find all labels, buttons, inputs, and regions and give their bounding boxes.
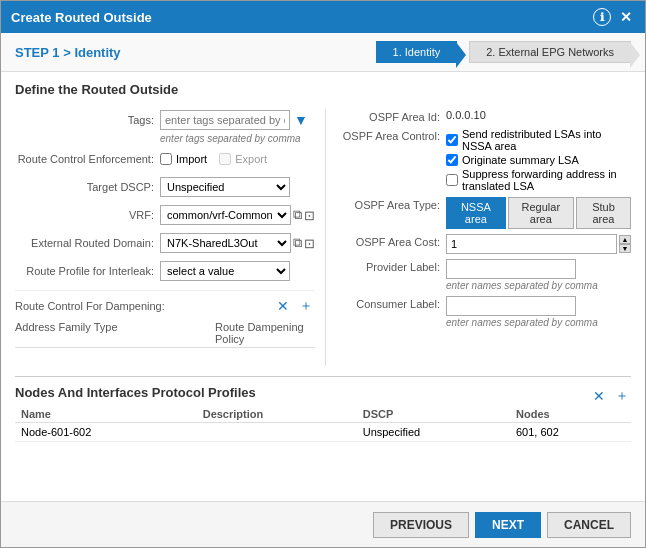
policy-col-header: Route Dampening Policy — [215, 321, 315, 345]
vrf-copy-icon[interactable]: ⧉ — [293, 207, 302, 223]
ospf-area-type-row: OSPF Area Type: NSSA area Regular area S… — [336, 197, 631, 229]
next-button[interactable]: NEXT — [475, 512, 541, 538]
import-checkbox[interactable] — [160, 153, 172, 165]
target-dscp-select[interactable]: Unspecified — [160, 177, 290, 197]
define-section-title: Define the Routed Outside — [15, 82, 631, 101]
col-name-header: Name — [15, 406, 197, 423]
target-dscp-label: Target DSCP: — [15, 181, 160, 193]
consumer-label-input[interactable] — [446, 296, 576, 316]
regular-area-btn[interactable]: Regular area — [508, 197, 574, 229]
ext-routed-domain-control: N7K-SharedL3Out ⧉ ⊡ — [160, 233, 315, 253]
close-button[interactable]: ✕ — [617, 8, 635, 26]
ospf-cost-spinner: ▲ ▼ — [619, 235, 631, 253]
ospf-area-cost-row: OSPF Area Cost: ▲ ▼ — [336, 234, 631, 254]
col-nodes-header: Nodes — [510, 406, 631, 423]
nodes-section: Nodes And Interfaces Protocol Profiles ✕… — [15, 376, 631, 442]
row-nodes: 601, 602 — [510, 423, 631, 442]
originate-lsa-checkbox[interactable] — [446, 154, 458, 166]
dampening-section: Route Control For Dampening: ✕ ＋ Address… — [15, 290, 315, 366]
tags-hint: enter tags separated by comma — [160, 133, 315, 144]
consumer-hint: enter names separated by comma — [446, 317, 631, 328]
stub-area-btn[interactable]: Stub area — [576, 197, 631, 229]
tags-row: Tags: ▼ — [15, 109, 315, 131]
nodes-table: Name Description DSCP Nodes Node-601-602… — [15, 406, 631, 442]
route-profile-label: Route Profile for Interleak: — [15, 265, 160, 277]
provider-label-input[interactable] — [446, 259, 576, 279]
route-profile-row: Route Profile for Interleak: select a va… — [15, 260, 315, 282]
col-desc-header: Description — [197, 406, 357, 423]
row-dscp: Unspecified — [357, 423, 510, 442]
dampening-close-btn[interactable]: ✕ — [275, 298, 291, 314]
ext-routed-domain-select[interactable]: N7K-SharedL3Out — [160, 233, 291, 253]
consumer-label-label: Consumer Label: — [336, 296, 446, 310]
dampening-table-header: Address Family Type Route Dampening Poli… — [15, 319, 315, 348]
nssa-area-btn[interactable]: NSSA area — [446, 197, 506, 229]
consumer-label-row: Consumer Label: enter names separated by… — [336, 296, 631, 328]
row-name: Node-601-602 — [15, 423, 197, 442]
dampening-actions: ✕ ＋ — [275, 297, 315, 315]
ospf-cost-up-btn[interactable]: ▲ — [619, 235, 631, 244]
cancel-button[interactable]: CANCEL — [547, 512, 631, 538]
export-checkbox-label: Export — [219, 153, 267, 165]
addr-family-col-header: Address Family Type — [15, 321, 215, 345]
nodes-add-btn[interactable]: ＋ — [613, 387, 631, 405]
consumer-label-control: enter names separated by comma — [446, 296, 631, 328]
ospf-area-control-label: OSPF Area Control: — [336, 128, 446, 142]
vrf-label: VRF: — [15, 209, 160, 221]
title-bar: Create Routed Outside ℹ ✕ — [1, 1, 645, 33]
domain-link-icon[interactable]: ⊡ — [304, 236, 315, 251]
dampening-empty-area — [15, 348, 315, 366]
provider-hint: enter names separated by comma — [446, 280, 631, 291]
nodes-title: Nodes And Interfaces Protocol Profiles — [15, 385, 256, 400]
provider-label-label: Provider Label: — [336, 259, 446, 273]
ospf-cost-down-btn[interactable]: ▼ — [619, 244, 631, 253]
import-checkbox-label: Import — [160, 153, 207, 165]
table-row[interactable]: Node-601-602 Unspecified 601, 602 — [15, 423, 631, 442]
originate-lsa-text: Originate summary LSA — [462, 154, 579, 166]
step-navigation: 1. Identity 2. External EPG Networks — [376, 41, 631, 63]
import-label: Import — [176, 153, 207, 165]
route-control-label: Route Control Enforcement: — [15, 153, 160, 165]
ext-routed-domain-label: External Routed Domain: — [15, 237, 160, 249]
step-identity[interactable]: 1. Identity — [376, 41, 458, 63]
step-epg[interactable]: 2. External EPG Networks — [469, 41, 631, 63]
suppress-fw-checkbox[interactable] — [446, 174, 458, 186]
vrf-row: VRF: common/vrf-Common-Outsid... ⧉ ⊡ — [15, 204, 315, 226]
main-content: Define the Routed Outside Tags: ▼ enter … — [1, 72, 645, 501]
right-form: OSPF Area Id: 0.0.0.10 OSPF Area Control… — [325, 109, 631, 366]
send-lsa-text: Send redistributed LSAs into NSSA area — [462, 128, 631, 152]
step-title: STEP 1 > Identity — [15, 45, 121, 60]
domain-copy-icon[interactable]: ⧉ — [293, 235, 302, 251]
vrf-select[interactable]: common/vrf-Common-Outsid... — [160, 205, 291, 225]
previous-button[interactable]: PREVIOUS — [373, 512, 469, 538]
send-lsa-checkbox[interactable] — [446, 134, 458, 146]
nodes-table-body: Node-601-602 Unspecified 601, 602 — [15, 423, 631, 442]
ospf-area-cost-label: OSPF Area Cost: — [336, 234, 446, 248]
provider-label-row: Provider Label: enter names separated by… — [336, 259, 631, 291]
tags-dropdown-icon[interactable]: ▼ — [294, 112, 308, 128]
ospf-area-cost-input[interactable] — [446, 234, 617, 254]
target-dscp-row: Target DSCP: Unspecified — [15, 176, 315, 198]
send-lsa-label: Send redistributed LSAs into NSSA area — [446, 128, 631, 152]
route-control-row: Route Control Enforcement: Import Export — [15, 148, 315, 170]
dampening-add-btn[interactable]: ＋ — [297, 297, 315, 315]
nodes-close-btn[interactable]: ✕ — [591, 387, 607, 405]
dampening-header: Route Control For Dampening: ✕ ＋ — [15, 297, 315, 315]
export-checkbox[interactable] — [219, 153, 231, 165]
ospf-area-id-value: 0.0.0.10 — [446, 109, 631, 121]
route-control-value: Import Export — [160, 153, 315, 165]
tags-label: Tags: — [15, 114, 160, 126]
vrf-link-icon[interactable]: ⊡ — [304, 208, 315, 223]
provider-label-control: enter names separated by comma — [446, 259, 631, 291]
ospf-area-control-row: OSPF Area Control: Send redistributed LS… — [336, 128, 631, 192]
dialog-title: Create Routed Outside — [11, 10, 152, 25]
tags-input[interactable] — [160, 110, 290, 130]
route-profile-select[interactable]: select a value — [160, 261, 290, 281]
info-icon[interactable]: ℹ — [593, 8, 611, 26]
step-header: STEP 1 > Identity 1. Identity 2. Externa… — [1, 33, 645, 72]
ospf-area-id-row: OSPF Area Id: 0.0.0.10 — [336, 109, 631, 123]
footer: PREVIOUS NEXT CANCEL — [1, 501, 645, 547]
nodes-header: Nodes And Interfaces Protocol Profiles ✕… — [15, 385, 631, 406]
ospf-area-type-buttons: NSSA area Regular area Stub area — [446, 197, 631, 229]
ospf-area-id-label: OSPF Area Id: — [336, 109, 446, 123]
